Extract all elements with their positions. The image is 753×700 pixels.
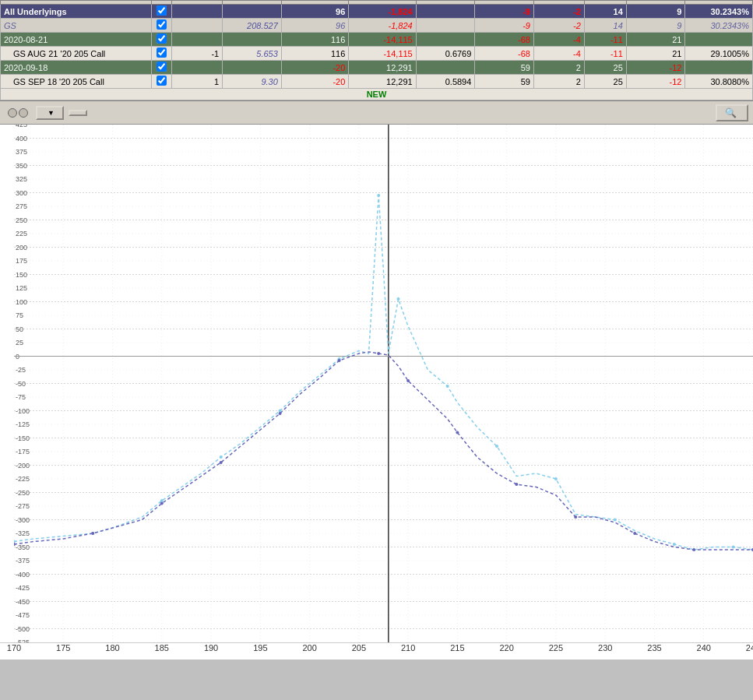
svg-point-100: [279, 410, 282, 413]
svg-text:100: 100: [16, 298, 27, 306]
x-tick-label: 195: [253, 643, 267, 653]
svg-point-121: [633, 532, 636, 535]
svg-text:-100: -100: [16, 407, 30, 415]
svg-text:-200: -200: [16, 462, 30, 470]
cell-delta-small: [416, 61, 475, 75]
svg-text:-275: -275: [16, 502, 30, 510]
cell-delta-small: [416, 33, 475, 47]
table-row: 2020-09-18 -20 12,291 59 2 25 -12: [1, 61, 753, 75]
svg-text:175: 175: [16, 257, 27, 265]
svg-point-114: [279, 412, 282, 415]
cell-Delta: 59: [475, 61, 534, 75]
x-tick-label: 205: [352, 643, 366, 653]
svg-point-107: [614, 519, 617, 522]
range-button[interactable]: ▼: [36, 106, 64, 120]
svg-text:-75: -75: [16, 393, 26, 401]
table-row: 2020-08-21 116 -14,115 -68 -4 -11 21: [1, 33, 753, 47]
cell-position: 1: [172, 75, 223, 89]
cell-Delta: -68: [475, 47, 534, 61]
cell-unrealized: 116: [281, 47, 348, 61]
cell-impl-vol: [685, 33, 753, 47]
cell-theta: -12: [626, 75, 685, 89]
cell-checkbox[interactable]: [152, 19, 172, 33]
cell-unrealized: 96: [281, 5, 348, 19]
update-button[interactable]: [69, 110, 87, 116]
svg-point-120: [574, 515, 577, 519]
x-tick-label: 180: [105, 643, 119, 653]
circle-btn-1[interactable]: [8, 108, 17, 118]
svg-text:-525: -525: [16, 638, 30, 642]
cell-checkbox[interactable]: [152, 5, 172, 19]
svg-text:300: 300: [16, 189, 27, 197]
svg-text:375: 375: [16, 148, 27, 156]
cell-underlying: 2020-09-18: [1, 61, 152, 75]
svg-point-111: [91, 532, 94, 535]
svg-point-113: [220, 461, 223, 464]
cell-mark: [223, 5, 282, 19]
cell-unrealized: 96: [281, 19, 348, 33]
svg-text:50: 50: [16, 325, 23, 333]
cell-delta-dollars: 12,291: [349, 61, 416, 75]
controls-bar: ▼ 🔍: [0, 101, 753, 125]
svg-point-116: [377, 352, 380, 355]
cell-vega: 25: [584, 61, 626, 75]
new-row-cell: NEW: [1, 89, 753, 100]
cell-delta-dollars: -1,824: [349, 19, 416, 33]
svg-text:325: 325: [16, 175, 27, 183]
svg-point-108: [673, 543, 676, 546]
svg-text:425: 425: [16, 125, 27, 128]
svg-text:275: 275: [16, 202, 27, 210]
svg-text:225: 225: [16, 230, 27, 237]
cell-checkbox[interactable]: [152, 61, 172, 75]
table-row: GS 208.527 96 -1,824 -9 -2 14 9 30.2343%: [1, 19, 753, 33]
positions-table: All Underlyings 96 -1,824 -9 -2 14 9 30.…: [0, 0, 753, 100]
cell-Delta: -68: [475, 33, 534, 47]
cell-theta: 21: [626, 33, 685, 47]
cell-vega: 14: [584, 5, 626, 19]
x-tick-label: 190: [204, 643, 218, 653]
svg-text:-350: -350: [16, 543, 30, 551]
cell-delta-small: [416, 19, 475, 33]
y-axis-label: [0, 125, 14, 642]
table-row: GS AUG 21 '20 205 Call -1 5.653 116 -14,…: [1, 47, 753, 61]
cell-theta: 9: [626, 5, 685, 19]
chart-inner: -525-500-475-450-425-400-375-350-325-300…: [14, 125, 753, 642]
cell-underlying: GS AUG 21 '20 205 Call: [1, 47, 152, 61]
cell-checkbox[interactable]: [152, 33, 172, 47]
circle-btn-2[interactable]: [19, 108, 28, 118]
cell-checkbox[interactable]: [152, 47, 172, 61]
cell-Delta: -9: [475, 19, 534, 33]
x-tick-label: 240: [697, 643, 711, 653]
svg-text:-250: -250: [16, 489, 30, 497]
svg-text:200: 200: [16, 244, 27, 252]
svg-text:25: 25: [16, 339, 23, 346]
cell-delta-small: 0.5894: [416, 75, 475, 89]
x-tick-label: 175: [56, 643, 70, 653]
chart-wrapper: -525-500-475-450-425-400-375-350-325-300…: [0, 125, 753, 642]
x-tick-label: 235: [647, 643, 661, 653]
cell-delta-dollars: -14,115: [349, 47, 416, 61]
chart-svg: -525-500-475-450-425-400-375-350-325-300…: [14, 125, 753, 642]
cell-theta: -12: [626, 61, 685, 75]
range-arrow-icon: ▼: [48, 109, 55, 117]
cell-checkbox[interactable]: [152, 75, 172, 89]
cell-theta: 9: [626, 19, 685, 33]
cell-gamma: -4: [533, 47, 584, 61]
cell-delta-dollars: -14,115: [349, 33, 416, 47]
cell-impl-vol: [685, 61, 753, 75]
x-tick-label: 215: [450, 643, 464, 653]
x-tick-label: 185: [155, 643, 169, 653]
zoom-button[interactable]: 🔍: [716, 104, 748, 121]
cell-unrealized: -20: [281, 61, 348, 75]
cell-unrealized: -20: [281, 75, 348, 89]
svg-point-115: [338, 359, 341, 362]
svg-text:-475: -475: [16, 611, 30, 619]
cell-vega: -11: [584, 33, 626, 47]
cell-position: [172, 33, 223, 47]
svg-point-112: [160, 502, 164, 505]
cell-mark: [223, 61, 282, 75]
cell-gamma: -2: [533, 19, 584, 33]
svg-text:-375: -375: [16, 557, 30, 565]
cell-position: -1: [172, 47, 223, 61]
cell-underlying: GS: [1, 19, 152, 33]
